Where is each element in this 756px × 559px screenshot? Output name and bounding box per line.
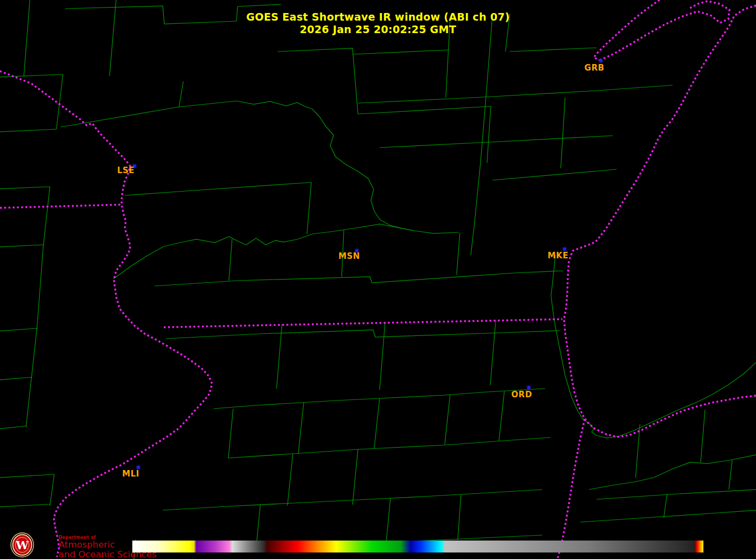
satellite-image-viewport: GOES East Shortwave IR window (ABI ch 07… bbox=[0, 0, 756, 559]
state-border-layer bbox=[0, 0, 756, 559]
logo-wordmark: Department of Atmospheric and Oceanic Sc… bbox=[59, 536, 157, 559]
station-label-msn: MSN bbox=[338, 251, 360, 261]
station-marker-grb bbox=[600, 60, 603, 62]
title-line-1: GOES East Shortwave IR window (ABI ch 07… bbox=[0, 11, 756, 23]
map-svg bbox=[0, 0, 756, 559]
image-title: GOES East Shortwave IR window (ABI ch 07… bbox=[0, 11, 756, 36]
uw-crest-icon: W bbox=[4, 532, 40, 557]
logo-line-1: Atmospheric bbox=[59, 540, 157, 549]
station-label-ord: ORD bbox=[511, 390, 532, 399]
ir-enhancement-colorbar bbox=[132, 541, 703, 552]
uw-aos-logo: W Department of Atmospheric and Oceanic … bbox=[4, 532, 157, 559]
county-boundaries-layer bbox=[0, 0, 756, 559]
station-label-grb: GRB bbox=[585, 63, 605, 73]
station-label-mli: MLI bbox=[122, 469, 139, 479]
station-marker-mke bbox=[563, 248, 566, 251]
logo-line-2: and Oceanic Sciences bbox=[59, 550, 157, 559]
svg-text:W: W bbox=[15, 538, 29, 552]
station-label-lse: LSE bbox=[117, 166, 134, 175]
station-marker-ord bbox=[528, 386, 530, 389]
title-line-2: 2026 Jan 25 20:02:25 GMT bbox=[0, 23, 756, 36]
station-marker-mli bbox=[137, 466, 140, 469]
station-label-mke: MKE bbox=[548, 251, 568, 261]
